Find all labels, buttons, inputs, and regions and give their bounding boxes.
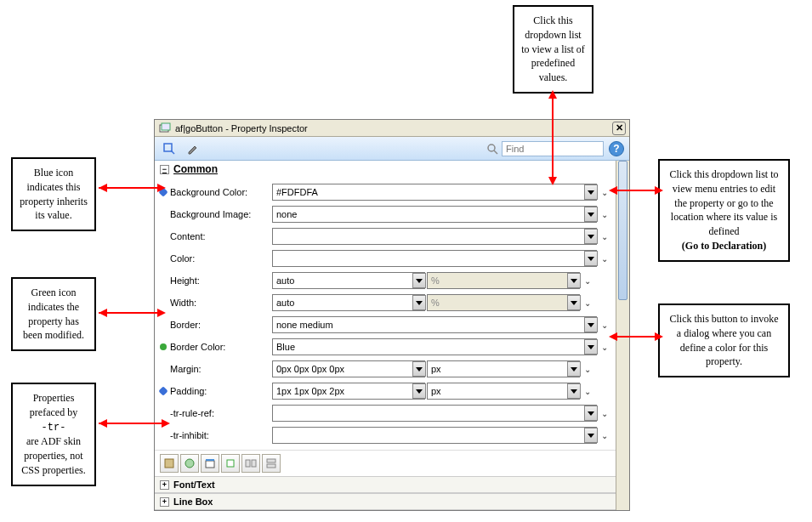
dropdown-icon[interactable] xyxy=(412,361,426,377)
dropdown-icon[interactable] xyxy=(584,339,598,355)
svg-line-5 xyxy=(494,150,497,154)
menu-chevron[interactable]: ⌄ xyxy=(599,207,610,222)
padding-field[interactable]: 1px 1px 0px 2px xyxy=(272,383,425,400)
dropdown-icon[interactable] xyxy=(412,383,426,399)
dropdown-icon[interactable] xyxy=(584,207,598,222)
svg-rect-1 xyxy=(162,123,170,130)
tool1-button[interactable] xyxy=(160,454,179,473)
svg-rect-10 xyxy=(227,460,234,467)
modified-icon xyxy=(160,343,167,350)
tool6-button[interactable] xyxy=(262,454,281,473)
scrollbar-thumb[interactable] xyxy=(618,161,627,300)
close-button[interactable]: ✕ xyxy=(612,122,626,135)
svg-rect-6 xyxy=(165,459,173,468)
prop-tr-rule-ref: -tr-rule-ref: ⌄ xyxy=(160,402,610,424)
tool2-button[interactable] xyxy=(180,454,199,473)
callout-color-button: Click this button to invoke a dialog whe… xyxy=(658,304,790,377)
content-field[interactable] xyxy=(272,228,597,245)
arrow-head-icon xyxy=(609,186,617,195)
padding-unit-field[interactable]: px xyxy=(427,383,580,400)
prop-border: Border: none medium ⌄ xyxy=(160,314,610,336)
svg-rect-2 xyxy=(164,144,172,151)
arrow-line xyxy=(99,312,158,314)
arrow-head-icon xyxy=(99,419,107,428)
status-none xyxy=(158,231,168,241)
collapse-icon[interactable]: − xyxy=(160,165,169,174)
menu-chevron[interactable]: ⌄ xyxy=(599,339,610,355)
menu-chevron[interactable]: ⌄ xyxy=(599,317,610,332)
dropdown-icon[interactable] xyxy=(567,383,581,399)
menu-chevron[interactable]: ⌄ xyxy=(582,361,593,377)
bgimage-field[interactable]: none xyxy=(272,206,597,223)
field-value: auto xyxy=(276,275,294,286)
height-field[interactable]: auto xyxy=(272,272,425,289)
scroll-area: − Common Background Color: #FDFDFA ⌄ Bac… xyxy=(155,161,616,510)
trinhibit-field[interactable] xyxy=(272,427,597,444)
tool5-button[interactable] xyxy=(241,454,260,473)
prop-background-image: Background Image: none ⌄ xyxy=(160,203,610,225)
tool4-button[interactable] xyxy=(221,454,240,473)
dropdown-icon[interactable] xyxy=(567,295,581,310)
menu-chevron[interactable]: ⌄ xyxy=(582,273,593,288)
svg-rect-11 xyxy=(246,460,250,467)
expand-icon[interactable]: + xyxy=(160,480,169,490)
dropdown-icon[interactable] xyxy=(412,273,426,288)
field-value: Blue xyxy=(276,342,295,352)
common-properties: Background Color: #FDFDFA ⌄ Background I… xyxy=(155,178,616,450)
section-common[interactable]: − Common xyxy=(155,161,616,178)
arrow-head-icon xyxy=(655,186,663,195)
menu-chevron[interactable]: ⌄ xyxy=(582,383,593,399)
bordercolor-field[interactable]: Blue xyxy=(272,338,597,355)
height-unit-field[interactable]: % xyxy=(427,272,580,289)
border-field[interactable]: none medium xyxy=(272,316,597,333)
toolbar: ? xyxy=(155,137,629,161)
prop-label-text: Border Color: xyxy=(170,342,225,352)
dropdown-icon[interactable] xyxy=(584,251,598,266)
tool3-button[interactable] xyxy=(201,454,219,473)
arrow-head-icon xyxy=(99,184,107,192)
width-unit-field[interactable]: % xyxy=(427,294,580,311)
dropdown-icon[interactable] xyxy=(584,317,598,332)
prop-label-text: Background Color: xyxy=(170,187,247,197)
prop-label-text: -tr-rule-ref: xyxy=(170,408,214,418)
search-box xyxy=(486,141,604,156)
help-button[interactable]: ? xyxy=(609,141,624,156)
margin-unit-field[interactable]: px xyxy=(427,360,580,377)
prop-height: Height: auto % ⌄ xyxy=(160,270,610,292)
svg-rect-8 xyxy=(206,461,214,468)
menu-chevron[interactable]: ⌄ xyxy=(599,428,610,443)
prop-label-text: Margin: xyxy=(170,364,202,374)
dropdown-icon[interactable] xyxy=(584,184,598,200)
prop-label-text: Color: xyxy=(170,253,195,264)
trrule-field[interactable] xyxy=(272,405,597,422)
menu-chevron[interactable]: ⌄ xyxy=(599,229,610,244)
menu-chevron[interactable]: ⌄ xyxy=(582,295,593,310)
prop-label-text: Border: xyxy=(170,320,201,330)
edit-button[interactable] xyxy=(184,139,202,158)
section-fonttext[interactable]: + Font/Text xyxy=(155,476,616,493)
dropdown-icon[interactable] xyxy=(584,428,598,443)
status-none xyxy=(158,275,168,285)
expand-icon[interactable]: + xyxy=(160,497,169,507)
arrow-head-icon xyxy=(548,90,557,99)
titlebar: af|goButton - Property Inspector ✕ xyxy=(155,120,629,137)
callout-menu-dropdown: Click this dropdown list to view menu en… xyxy=(658,159,790,262)
section-linebox[interactable]: + Line Box xyxy=(155,493,616,510)
dropdown-icon[interactable] xyxy=(584,406,598,421)
icon-toolbar xyxy=(155,450,616,476)
locate-button[interactable] xyxy=(160,139,179,158)
dropdown-icon[interactable] xyxy=(412,295,426,310)
margin-field[interactable]: 0px 0px 0px 0px xyxy=(272,360,425,377)
menu-chevron[interactable]: ⌄ xyxy=(599,251,610,266)
width-field[interactable]: auto xyxy=(272,294,425,311)
callout-code: -tr- xyxy=(42,422,66,434)
dropdown-icon[interactable] xyxy=(584,229,598,244)
arrow-head-icon xyxy=(157,309,166,317)
dropdown-icon[interactable] xyxy=(567,273,581,288)
arrow-head-icon xyxy=(157,184,166,192)
menu-chevron[interactable]: ⌄ xyxy=(599,406,610,421)
color-field[interactable] xyxy=(272,250,597,267)
bgcolor-field[interactable]: #FDFDFA xyxy=(272,184,597,201)
dropdown-icon[interactable] xyxy=(567,361,581,377)
prop-label-text: Content: xyxy=(170,231,206,241)
